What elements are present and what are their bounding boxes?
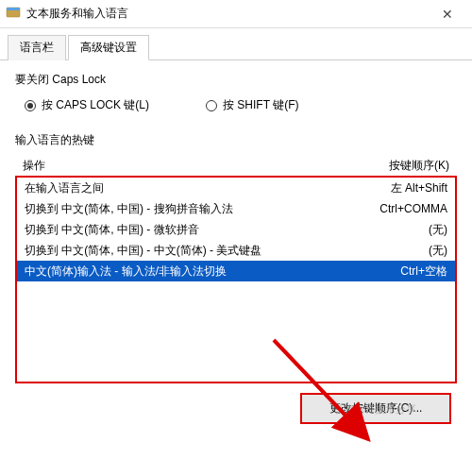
hotkey-list[interactable]: 在输入语言之间 左 Alt+Shift 切换到 中文(简体, 中国) - 搜狗拼… <box>15 176 457 383</box>
radio-capslock-label: 按 CAPS LOCK 键(L) <box>42 97 149 113</box>
capslock-group: 要关闭 Caps Lock 按 CAPS LOCK 键(L) 按 SHIFT 键… <box>15 72 457 127</box>
hotkeys-group: 输入语言的热键 操作 按键顺序(K) 在输入语言之间 左 Alt+Shift 切… <box>15 132 457 430</box>
radio-shift-key[interactable]: 按 SHIFT 键(F) <box>206 97 298 113</box>
change-key-sequence-button[interactable]: 更改按键顺序(C)... 头条@IT技术分享 <box>300 393 451 424</box>
col-keys-header: 按键顺序(K) <box>389 158 449 174</box>
capslock-radio-row: 按 CAPS LOCK 键(L) 按 SHIFT 键(F) <box>15 94 457 127</box>
tab-strip: 语言栏 高级键设置 <box>0 28 472 60</box>
list-item-action: 切换到 中文(简体, 中国) - 中文(简体) - 美式键盘 <box>25 242 429 259</box>
svg-rect-1 <box>7 8 20 10</box>
close-button[interactable]: ✕ <box>429 7 466 22</box>
radio-capslock-key[interactable]: 按 CAPS LOCK 键(L) <box>25 97 149 113</box>
radio-shift-label: 按 SHIFT 键(F) <box>223 97 298 113</box>
list-item-action: 中文(简体)输入法 - 输入法/非输入法切换 <box>25 263 400 280</box>
list-item-keys: (无) <box>429 242 447 259</box>
tab-advanced-keys[interactable]: 高级键设置 <box>68 35 149 60</box>
tab-language-bar[interactable]: 语言栏 <box>8 35 66 60</box>
watermark-text: 头条@IT技术分享 <box>335 401 417 416</box>
app-icon <box>6 5 21 23</box>
hotkeys-group-label: 输入语言的热键 <box>15 132 457 148</box>
window-titlebar: 文本服务和输入语言 ✕ <box>0 0 472 28</box>
list-item-action: 在输入语言之间 <box>25 179 391 196</box>
radio-indicator-icon <box>25 100 36 111</box>
tab-content: 要关闭 Caps Lock 按 CAPS LOCK 键(L) 按 SHIFT 键… <box>0 60 472 441</box>
list-item-keys: (无) <box>429 221 447 238</box>
hotkey-list-header: 操作 按键顺序(K) <box>15 154 457 176</box>
list-item[interactable]: 切换到 中文(简体, 中国) - 微软拼音 (无) <box>17 219 455 240</box>
list-item-keys: 左 Alt+Shift <box>391 179 447 196</box>
list-item-action: 切换到 中文(简体, 中国) - 搜狗拼音输入法 <box>25 200 379 217</box>
window-title: 文本服务和输入语言 <box>26 6 429 22</box>
list-item-selected[interactable]: 中文(简体)输入法 - 输入法/非输入法切换 Ctrl+空格 <box>17 261 455 281</box>
list-item-keys: Ctrl+空格 <box>400 263 447 280</box>
radio-indicator-icon <box>206 100 217 111</box>
list-item[interactable]: 切换到 中文(简体, 中国) - 中文(简体) - 美式键盘 (无) <box>17 240 455 261</box>
list-item[interactable]: 在输入语言之间 左 Alt+Shift <box>17 178 455 198</box>
list-item-action: 切换到 中文(简体, 中国) - 微软拼音 <box>25 221 429 238</box>
hotkey-button-row: 更改按键顺序(C)... 头条@IT技术分享 <box>15 383 457 430</box>
capslock-group-label: 要关闭 Caps Lock <box>15 72 457 88</box>
list-item-keys: Ctrl+COMMA <box>379 200 447 217</box>
col-action-header: 操作 <box>23 158 389 174</box>
list-item[interactable]: 切换到 中文(简体, 中国) - 搜狗拼音输入法 Ctrl+COMMA <box>17 198 455 219</box>
